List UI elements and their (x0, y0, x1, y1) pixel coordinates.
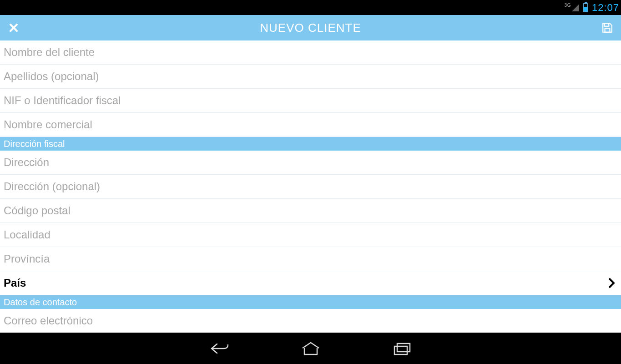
battery-icon (583, 3, 588, 12)
country-selector-row[interactable]: País (0, 271, 621, 295)
province-input[interactable] (0, 247, 621, 271)
network-3g-badge: 3G (565, 3, 571, 8)
nif-input[interactable] (0, 89, 621, 113)
surname-input[interactable] (0, 65, 621, 89)
postal-code-input[interactable] (0, 199, 621, 223)
close-button[interactable] (5, 19, 23, 37)
trade-name-input[interactable] (0, 113, 621, 137)
section-header-contact: Datos de contacto (0, 295, 621, 309)
svg-rect-2 (394, 346, 407, 354)
country-label: País (4, 277, 26, 289)
clock-label: 12:07 (592, 2, 619, 14)
signal-icon (572, 4, 579, 11)
recent-apps-icon (393, 342, 411, 355)
chevron-right-icon (607, 277, 616, 289)
recent-apps-button[interactable] (386, 339, 418, 358)
app-header: NUEVO CLIENTE (0, 15, 621, 40)
address-line2-input[interactable] (0, 175, 621, 199)
svg-rect-3 (397, 344, 410, 352)
city-input[interactable] (0, 223, 621, 247)
android-status-bar: 3G 12:07 (0, 0, 621, 15)
client-name-input[interactable] (0, 40, 621, 65)
android-nav-bar (0, 333, 621, 364)
svg-rect-1 (605, 28, 610, 32)
section-header-address: Dirección fiscal (0, 137, 621, 151)
form-body[interactable]: Dirección fiscal País Datos de contacto (0, 40, 621, 333)
svg-rect-0 (605, 23, 609, 26)
email-input[interactable] (0, 309, 621, 333)
close-icon (8, 22, 19, 33)
home-icon (301, 342, 321, 355)
save-icon (601, 22, 613, 34)
back-button[interactable] (204, 339, 236, 358)
address-line1-input[interactable] (0, 151, 621, 175)
page-title: NUEVO CLIENTE (260, 21, 361, 35)
back-icon (209, 341, 231, 356)
home-button[interactable] (295, 339, 327, 358)
save-button[interactable] (598, 19, 616, 37)
